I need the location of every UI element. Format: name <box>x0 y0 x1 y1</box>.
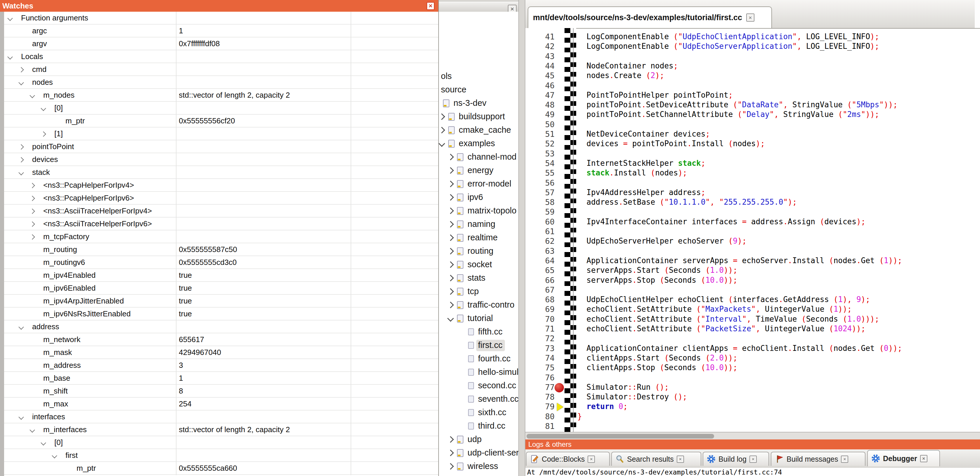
chevron-right-icon[interactable] <box>447 154 454 161</box>
close-icon[interactable]: ✕ <box>841 455 848 463</box>
chevron-down-icon[interactable] <box>18 324 24 329</box>
logs-tab-build-log[interactable]: Build log✕ <box>703 452 769 466</box>
chevron-right-icon[interactable] <box>447 248 454 255</box>
chevron-right-icon[interactable] <box>447 302 454 308</box>
chevron-right-icon[interactable] <box>447 436 454 443</box>
column-divider[interactable] <box>176 12 177 475</box>
watch-row[interactable]: argv0x7fffffffdf08 <box>4 37 438 50</box>
tree-item-tcp[interactable]: tcp <box>448 285 481 298</box>
chevron-down-icon[interactable] <box>18 80 24 85</box>
chevron-right-icon[interactable] <box>447 463 454 470</box>
logs-panel-header[interactable]: Logs & others <box>525 439 980 449</box>
watch-row[interactable]: <ns3::AsciiTraceHelperForIpv6> <box>4 217 438 230</box>
tree-item-channel-mod[interactable]: channel-mod <box>448 150 518 164</box>
panel-divider[interactable] <box>518 0 525 476</box>
line-number[interactable]: 50 <box>525 120 555 129</box>
chevron-right-icon[interactable] <box>447 167 454 174</box>
tree-item-stats[interactable]: stats <box>448 272 488 285</box>
tree-item-udp[interactable]: udp <box>448 433 484 446</box>
watch-row[interactable]: [0] <box>4 436 438 449</box>
chevron-down-icon[interactable] <box>439 141 445 147</box>
chevron-right-icon[interactable] <box>439 113 445 120</box>
watch-row[interactable]: [1] <box>4 128 438 141</box>
tree-item-first.cc[interactable]: first.cc <box>468 339 505 352</box>
watch-row[interactable]: devices <box>4 153 438 166</box>
line-number[interactable]: 81 <box>525 422 555 431</box>
close-icon[interactable]: ✕ <box>746 13 754 22</box>
line-number[interactable]: 48 <box>525 100 555 109</box>
line-number[interactable]: 42 <box>525 42 555 51</box>
line-number[interactable]: 65 <box>525 266 555 275</box>
chevron-right-icon[interactable] <box>447 221 454 228</box>
chevron-right-icon[interactable] <box>18 67 24 72</box>
logs-tab-search-results[interactable]: Search results✕ <box>611 452 701 466</box>
chevron-right-icon[interactable] <box>447 450 454 457</box>
chevron-down-icon[interactable] <box>18 170 24 175</box>
line-number[interactable]: 78 <box>525 392 555 401</box>
tree-item-source[interactable]: source <box>439 83 469 96</box>
line-number[interactable]: 67 <box>525 285 555 294</box>
line-number[interactable]: 64 <box>525 256 555 265</box>
scrollbar-thumb[interactable] <box>527 434 714 439</box>
editor-tab-first-cc[interactable]: mnt/dev/tools/source/ns-3-dev/examples/t… <box>528 6 772 28</box>
watch-row[interactable]: m_ipv4Enabledtrue <box>4 269 438 282</box>
watches-titlebar[interactable]: Watches <box>0 0 438 12</box>
watch-row[interactable]: <ns3::PcapHelperForIpv4> <box>4 179 438 192</box>
logs-tab-build-messages[interactable]: Build messages✕ <box>771 452 865 466</box>
line-number[interactable]: 76 <box>525 373 555 382</box>
tree-item-fourth.cc[interactable]: fourth.cc <box>468 352 513 366</box>
chevron-right-icon[interactable] <box>30 196 35 201</box>
line-number[interactable]: 74 <box>525 353 555 363</box>
watch-row[interactable]: pointToPoint <box>4 141 438 153</box>
watch-row[interactable]: address <box>4 321 438 333</box>
line-number[interactable]: 52 <box>525 139 555 148</box>
chevron-right-icon[interactable] <box>18 157 24 162</box>
watch-row[interactable]: m_ipv6NsRsJitterEnabledtrue <box>4 308 438 321</box>
watch-row[interactable]: m_nodesstd::vector of length 2, capacity… <box>4 89 438 102</box>
tree-item-udp-client-ser[interactable]: udp-client-ser <box>448 446 518 460</box>
chevron-right-icon[interactable] <box>41 131 46 137</box>
watch-row[interactable]: m_ptr0x55555556cf20 <box>4 115 438 128</box>
chevron-down-icon[interactable] <box>41 105 46 111</box>
tree-item-wireless[interactable]: wireless <box>448 460 501 473</box>
line-number[interactable]: 69 <box>525 305 555 314</box>
watch-row[interactable]: m_interfacesstd::vector of length 2, cap… <box>4 423 438 436</box>
line-number[interactable]: 68 <box>525 295 555 304</box>
tree-item-hello-simul[interactable]: hello-simul <box>468 366 518 379</box>
logs-tab-code-blocks[interactable]: Code::Blocks✕ <box>526 452 610 466</box>
tree-item-routing[interactable]: routing <box>448 244 496 258</box>
chevron-right-icon[interactable] <box>447 181 454 187</box>
line-number[interactable]: 55 <box>525 168 555 177</box>
tree-item-third.cc[interactable]: third.cc <box>468 419 508 433</box>
tree-item-cmake-cache[interactable]: cmake_cache <box>439 123 513 137</box>
line-number[interactable]: 80 <box>525 412 555 421</box>
logs-tab-debugger[interactable]: Debugger✕ <box>867 450 940 466</box>
watch-row[interactable]: <ns3::PcapHelperForIpv6> <box>4 192 438 204</box>
line-number[interactable]: 75 <box>525 363 555 372</box>
line-number[interactable]: 44 <box>525 61 555 70</box>
tree-item-second.cc[interactable]: second.cc <box>468 379 518 392</box>
watch-row[interactable]: m_mask4294967040 <box>4 346 438 359</box>
line-number[interactable]: 45 <box>525 71 555 80</box>
watch-row[interactable]: m_routing0x555555587c50 <box>4 243 438 256</box>
watch-row[interactable]: m_max254 <box>4 398 438 411</box>
close-icon[interactable]: ✕ <box>588 455 595 463</box>
watch-row[interactable]: <ns3::AsciiTraceHelperForIpv4> <box>4 204 438 217</box>
close-icon[interactable]: ✕ <box>426 2 434 10</box>
tree-item-error-model[interactable]: error-model <box>448 177 514 191</box>
watch-row[interactable]: interfaces <box>4 411 438 423</box>
line-number[interactable]: 56 <box>525 178 555 187</box>
tree-item-examples[interactable]: examples <box>439 137 497 150</box>
tree-item-buildsupport[interactable]: buildsupport <box>439 110 507 123</box>
line-number[interactable]: 73 <box>525 344 555 353</box>
tree-item-tutorial[interactable]: tutorial <box>448 311 495 325</box>
chevron-down-icon[interactable] <box>7 16 13 21</box>
line-number[interactable]: 49 <box>525 110 555 119</box>
tree-item-ns-3-dev[interactable]: ns-3-dev <box>443 96 489 110</box>
line-number[interactable]: 70 <box>525 315 555 324</box>
chevron-right-icon[interactable] <box>30 221 35 227</box>
tree-item-traffic-contro[interactable]: traffic-contro <box>448 298 517 311</box>
line-number[interactable]: 57 <box>525 188 555 197</box>
tree-item-fifth.cc[interactable]: fifth.cc <box>468 325 505 339</box>
line-number[interactable]: 47 <box>525 91 555 100</box>
